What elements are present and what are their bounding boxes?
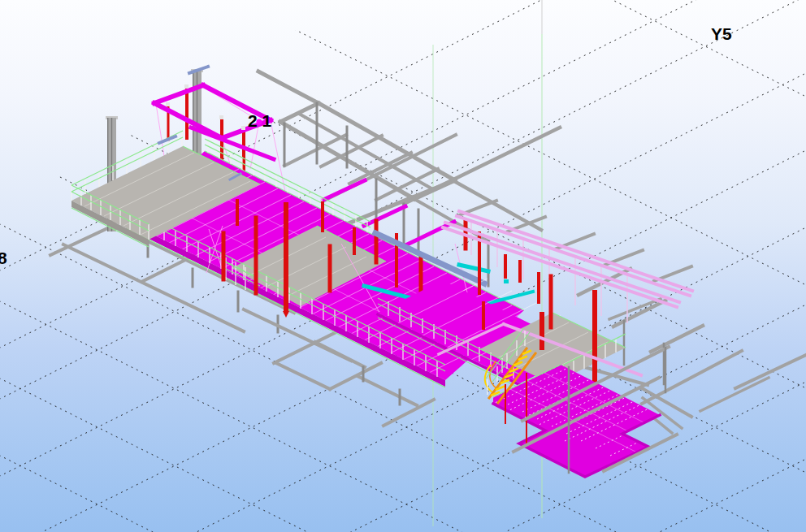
grid-label-y5: Y5 (711, 24, 732, 43)
grid-label-8: 8 (0, 249, 7, 267)
model-viewport[interactable]: Y5 2 1 8 (0, 0, 806, 532)
grid-point-marker (257, 119, 262, 125)
